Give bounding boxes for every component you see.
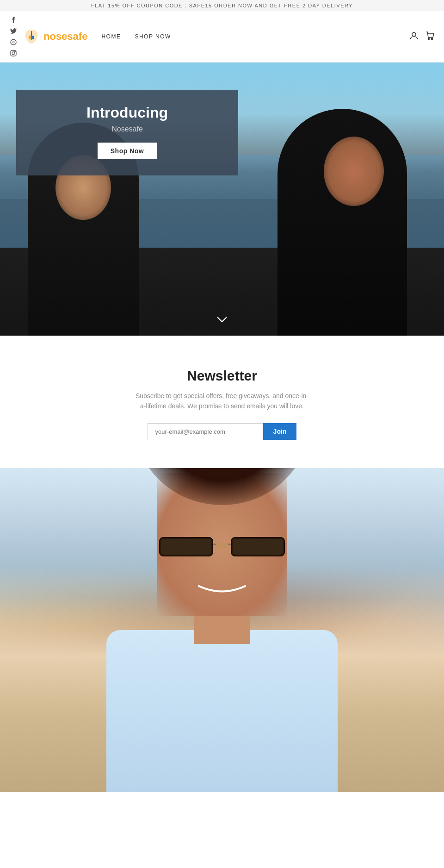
social-sidebar: © (9, 16, 18, 57)
svg-point-6 (31, 36, 34, 39)
logo-icon (22, 27, 41, 46)
svg-rect-12 (161, 539, 211, 555)
scroll-arrow[interactable] (216, 314, 228, 326)
newsletter-section: Newsletter Subscribe to get special offe… (0, 336, 444, 468)
svg-point-4 (15, 51, 16, 52)
newsletter-title: Newsletter (9, 368, 435, 384)
logo-text: nosesafe (43, 31, 87, 43)
nav: HOME SHOP NOW (101, 33, 171, 40)
social-icon-3[interactable]: © (9, 38, 18, 46)
svg-text:©: © (12, 40, 15, 44)
smile (194, 584, 250, 598)
header-icons (409, 31, 435, 43)
svg-rect-15 (216, 543, 228, 548)
hero-title: Introducing (35, 104, 220, 121)
svg-point-5 (29, 36, 31, 39)
newsletter-description: Subscribe to get special offers, free gi… (134, 391, 310, 412)
logo[interactable]: nosesafe (22, 27, 87, 46)
svg-rect-13 (233, 539, 283, 555)
nav-shop-now[interactable]: SHOP NOW (135, 33, 171, 40)
bottom-image-section (0, 468, 444, 792)
hero-overlay: Introducing Nosesafe Shop Now (16, 90, 238, 175)
sunglasses (157, 533, 287, 561)
smile-svg (194, 584, 250, 598)
svg-point-7 (412, 32, 416, 36)
nav-home[interactable]: HOME (101, 33, 121, 40)
announcement-text: FLAT 15% OFF COUPON CODE : SAFE15 ORDER … (91, 3, 353, 8)
instagram-icon[interactable] (9, 49, 18, 57)
person-right-face (324, 137, 384, 206)
svg-point-8 (428, 38, 430, 39)
hero-section: Introducing Nosesafe Shop Now (0, 62, 444, 336)
twitter-icon[interactable] (9, 27, 18, 35)
cart-icon[interactable] (426, 31, 435, 43)
account-icon[interactable] (409, 31, 419, 43)
svg-point-3 (12, 52, 15, 55)
announcement-bar: FLAT 15% OFF COUPON CODE : SAFE15 ORDER … (0, 0, 444, 11)
newsletter-form: Join (9, 423, 435, 440)
hero-subtitle: Nosesafe (35, 125, 220, 133)
person-bottom-shirt (106, 630, 338, 792)
email-input[interactable] (148, 423, 263, 440)
sunglasses-svg (157, 533, 287, 561)
header: © nosesafe HOME SHOP NOW (0, 11, 444, 62)
svg-point-9 (432, 38, 433, 39)
join-button[interactable]: Join (263, 423, 297, 440)
shop-now-button[interactable]: Shop Now (98, 143, 157, 159)
facebook-icon[interactable] (9, 16, 18, 24)
